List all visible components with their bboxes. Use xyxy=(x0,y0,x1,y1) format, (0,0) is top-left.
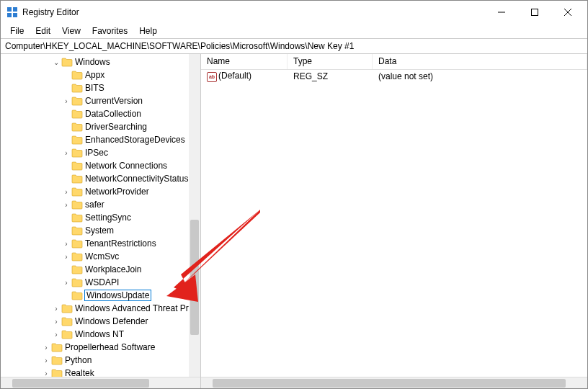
tree-item-label: Appx xyxy=(84,70,105,80)
tree-item-label: NetworkProvider xyxy=(84,187,150,197)
list-header: Name Type Data xyxy=(201,54,587,70)
window-controls xyxy=(485,1,584,23)
chevron-right-icon[interactable]: › xyxy=(41,370,51,377)
chevron-right-icon[interactable]: › xyxy=(41,357,51,365)
close-button[interactable] xyxy=(551,1,584,23)
svg-rect-5 xyxy=(532,9,538,16)
chevron-right-icon[interactable]: › xyxy=(61,253,71,261)
titlebar: Registry Editor xyxy=(1,1,587,24)
tree-item-label: EnhancedStorageDevices xyxy=(84,135,186,145)
tree-item[interactable]: › TenantRestrictions xyxy=(1,237,201,250)
tree-item[interactable]: › Python xyxy=(1,354,201,367)
tree-item[interactable]: › WSDAPI xyxy=(1,276,201,289)
tree-item-label: Windows NT xyxy=(74,329,125,339)
chevron-right-icon[interactable]: › xyxy=(61,279,71,287)
tree-item[interactable]: › WcmSvc xyxy=(1,250,201,263)
tree-item-label: safer xyxy=(84,200,105,210)
tree-item[interactable]: Appx xyxy=(1,68,201,81)
col-header-data[interactable]: Data xyxy=(373,54,587,69)
tree-item[interactable]: › safer xyxy=(1,198,201,211)
tree-pane[interactable]: ⌄ Windows Appx BITS› CurrentVersion Data… xyxy=(1,54,201,388)
addressbar xyxy=(1,38,587,54)
tree-scroll-horizontal[interactable] xyxy=(1,377,200,388)
tree-item-label: WorkplaceJoin xyxy=(84,264,142,274)
chevron-right-icon[interactable]: › xyxy=(51,331,61,339)
menu-help[interactable]: Help xyxy=(134,24,162,37)
menu-favorites[interactable]: Favorites xyxy=(87,24,133,37)
tree-item[interactable]: ⌄ Windows xyxy=(1,55,201,68)
tree-item-label: Windows xyxy=(74,57,111,67)
chevron-right-icon[interactable]: › xyxy=(61,97,71,105)
tree-item[interactable]: › CurrentVersion xyxy=(1,94,201,107)
col-header-type[interactable]: Type xyxy=(288,54,373,69)
tree-item-label: Propellerhead Software xyxy=(64,342,156,352)
window-title: Registry Editor xyxy=(22,7,79,17)
menu-file[interactable]: File xyxy=(5,24,29,37)
tree-item-label: WcmSvc xyxy=(84,251,120,261)
tree-item-label: Windows Defender xyxy=(74,316,148,326)
menu-edit[interactable]: Edit xyxy=(30,24,55,37)
list-scroll-horizontal[interactable] xyxy=(201,377,587,388)
chevron-right-icon[interactable]: › xyxy=(61,201,71,209)
chevron-right-icon[interactable]: › xyxy=(61,240,71,248)
tree-item[interactable]: › IPSec xyxy=(1,146,201,159)
tree-item[interactable]: System xyxy=(1,224,201,237)
tree-item[interactable]: › Windows NT xyxy=(1,328,201,341)
list-row[interactable]: ab(Default)REG_SZ(value not set) xyxy=(201,70,587,83)
col-header-name[interactable]: Name xyxy=(201,54,288,69)
svg-rect-3 xyxy=(13,13,17,17)
list-pane[interactable]: Name Type Data ab(Default)REG_SZ(value n… xyxy=(201,54,587,388)
tree-item[interactable]: WindowsUpdate xyxy=(1,289,201,302)
chevron-right-icon[interactable]: › xyxy=(61,188,71,196)
tree-item-label: Windows Advanced Threat Protection xyxy=(74,303,201,313)
svg-rect-1 xyxy=(13,7,17,12)
tree-item[interactable]: › Propellerhead Software xyxy=(1,341,201,354)
svg-rect-2 xyxy=(7,13,12,17)
tree-item[interactable]: Network Connections xyxy=(1,159,201,172)
tree-item[interactable]: › NetworkProvider xyxy=(1,185,201,198)
maximize-button[interactable] xyxy=(518,1,551,23)
tree-item-label: Python xyxy=(64,355,92,365)
menu-view[interactable]: View xyxy=(57,24,86,37)
chevron-right-icon[interactable]: › xyxy=(51,318,61,326)
tree-item[interactable]: EnhancedStorageDevices xyxy=(1,133,201,146)
tree-item-label: CurrentVersion xyxy=(84,96,143,106)
svg-rect-0 xyxy=(7,7,12,12)
tree-item[interactable]: DriverSearching xyxy=(1,120,201,133)
tree-item-label: DriverSearching xyxy=(84,122,148,132)
chevron-down-icon[interactable]: ⌄ xyxy=(51,58,61,66)
tree-item-label: SettingSync xyxy=(84,213,132,223)
tree-item[interactable]: DataCollection xyxy=(1,107,201,120)
tree-item[interactable]: › Windows Advanced Threat Protection xyxy=(1,302,201,315)
tree-scroll-vertical[interactable] xyxy=(189,54,200,377)
tree-item-label: Network Connections xyxy=(84,161,168,171)
value-type: REG_SZ xyxy=(288,71,373,81)
chevron-right-icon[interactable]: › xyxy=(41,344,51,352)
app-icon xyxy=(6,6,18,18)
tree-item-label: DataCollection xyxy=(84,109,142,119)
chevron-right-icon[interactable]: › xyxy=(61,149,71,157)
tree-item[interactable]: › Windows Defender xyxy=(1,315,201,328)
tree-item-label: IPSec xyxy=(84,148,109,158)
value-name: ab(Default) xyxy=(201,71,288,82)
tree-item[interactable]: NetworkConnectivityStatusIndicator xyxy=(1,172,201,185)
chevron-right-icon[interactable]: › xyxy=(51,305,61,313)
tree-item-label: WSDAPI xyxy=(84,277,120,287)
tree-item-label: BITS xyxy=(84,83,105,93)
tree-item[interactable]: BITS xyxy=(1,81,201,94)
minimize-button[interactable] xyxy=(485,1,518,23)
content: ⌄ Windows Appx BITS› CurrentVersion Data… xyxy=(1,54,587,388)
value-data: (value not set) xyxy=(373,71,587,81)
tree-item-label: NetworkConnectivityStatusIndicator xyxy=(84,174,201,184)
list-body: ab(Default)REG_SZ(value not set) xyxy=(201,70,587,83)
tree-item-label[interactable]: WindowsUpdate xyxy=(84,290,151,301)
tree: ⌄ Windows Appx BITS› CurrentVersion Data… xyxy=(1,54,201,384)
string-value-icon: ab xyxy=(207,72,217,82)
tree-item[interactable]: WorkplaceJoin xyxy=(1,263,201,276)
tree-item[interactable]: SettingSync xyxy=(1,211,201,224)
menubar: File Edit View Favorites Help xyxy=(1,24,587,38)
address-input[interactable] xyxy=(4,40,584,53)
tree-item-label: System xyxy=(84,225,115,236)
tree-item-label: TenantRestrictions xyxy=(84,238,157,249)
